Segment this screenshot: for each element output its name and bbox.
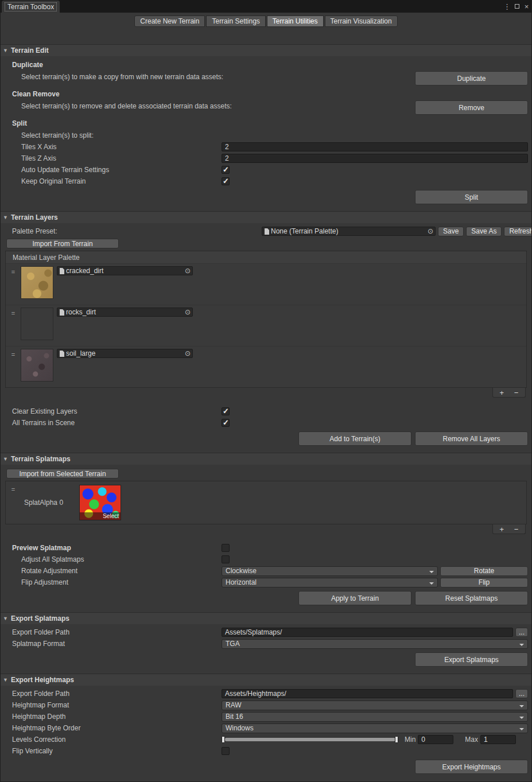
height-browse-button[interactable]: ...: [515, 689, 528, 698]
tiles-z-input[interactable]: 2: [222, 154, 528, 163]
import-from-terrain-button[interactable]: Import From Terrain: [6, 239, 119, 248]
foldout-arrow-icon[interactable]: ▼: [3, 677, 8, 683]
slider-max-handle[interactable]: [395, 736, 398, 743]
section-export-splatmaps-header[interactable]: ▼ Export Splatmaps: [1, 612, 531, 624]
object-picker-icon[interactable]: ⊙: [183, 308, 192, 316]
layer-thumbnail[interactable]: [21, 349, 53, 382]
export-folder-path-label: Export Folder Path: [1, 628, 222, 636]
save-button[interactable]: Save: [438, 227, 464, 236]
save-as-button[interactable]: Save As: [466, 227, 502, 236]
heightmap-format-row: Heightmap Format RAW: [1, 699, 531, 711]
reset-splatmaps-button[interactable]: Reset Splatmaps: [415, 591, 528, 605]
drag-handle-icon[interactable]: =: [6, 308, 21, 340]
split-description-row: Select terrain(s) to split:: [1, 130, 531, 141]
preview-splatmap-row: Preview Splatmap: [1, 542, 531, 554]
keep-original-checkbox[interactable]: [222, 177, 230, 185]
close-icon[interactable]: ×: [522, 0, 531, 13]
clean-remove-row: Select terrain(s) to remove and delete a…: [1, 100, 531, 117]
foldout-arrow-icon[interactable]: ▼: [3, 215, 8, 220]
import-from-selected-terrain-button[interactable]: Import from Selected Terrain: [6, 469, 119, 478]
layer-object-field[interactable]: cracked_dirt ⊙: [57, 266, 193, 275]
section-title: Terrain Splatmaps: [11, 455, 71, 463]
refresh-button[interactable]: Refresh: [504, 227, 532, 236]
auto-update-checkbox[interactable]: [222, 166, 230, 174]
preview-splatmap-checkbox[interactable]: [222, 544, 230, 552]
tiles-x-input[interactable]: 2: [222, 142, 528, 151]
foldout-arrow-icon[interactable]: ▼: [3, 456, 8, 462]
all-terrains-checkbox[interactable]: [222, 419, 230, 427]
asset-icon: [59, 351, 64, 357]
min-input[interactable]: 0: [418, 735, 453, 744]
tab-terrain-settings[interactable]: Terrain Settings: [206, 15, 265, 27]
rotate-adjustment-dropdown[interactable]: Clockwise: [222, 566, 438, 576]
max-label: Max: [465, 736, 478, 744]
object-picker-icon[interactable]: ⊙: [426, 227, 435, 235]
add-splat-button[interactable]: +: [496, 526, 507, 533]
menu-icon[interactable]: ⋮: [502, 0, 512, 13]
titlebar-spacer: [60, 0, 502, 13]
rotate-button[interactable]: Rotate: [440, 566, 528, 576]
heightmap-depth-row: Heightmap Depth Bit 16: [1, 711, 531, 722]
duplicate-button[interactable]: Duplicate: [415, 71, 528, 85]
remove-all-layers-button[interactable]: Remove All Layers: [415, 431, 528, 446]
slider-min-handle[interactable]: [222, 736, 225, 743]
apply-to-terrain-button[interactable]: Apply to Terrain: [298, 591, 411, 605]
splat-export-folder-input[interactable]: Assets/Splatmaps/: [222, 628, 513, 637]
adjust-all-checkbox[interactable]: [222, 555, 230, 563]
add-layer-button[interactable]: +: [496, 389, 507, 396]
tiles-z-value: 2: [225, 154, 229, 162]
remove-splat-button[interactable]: −: [511, 526, 522, 533]
add-to-terrain-button[interactable]: Add to Terrain(s): [298, 431, 411, 446]
tab-create-new-terrain[interactable]: Create New Terrain: [134, 15, 205, 27]
levels-correction-slider[interactable]: [222, 736, 398, 744]
duplicate-subheading: Duplicate: [1, 59, 531, 71]
section-terrain-edit-header[interactable]: ▼ Terrain Edit: [1, 44, 531, 56]
material-layer-palette-list: Material Layer Palette = cracked_dirt ⊙ …: [5, 251, 527, 388]
layer-list-footer: + −: [492, 388, 526, 398]
object-picker-icon[interactable]: ⊙: [183, 267, 192, 275]
heightmap-format-dropdown[interactable]: RAW: [222, 701, 528, 710]
split-button[interactable]: Split: [415, 190, 528, 204]
clear-existing-checkbox[interactable]: [222, 407, 230, 415]
height-export-folder-input[interactable]: Assets/Heightmaps/: [222, 689, 513, 698]
heightmap-format-label: Heightmap Format: [1, 701, 222, 709]
export-splatmaps-button[interactable]: Export Splatmaps: [415, 652, 528, 667]
drag-handle-icon[interactable]: =: [6, 349, 21, 382]
height-export-folder-row: Export Folder Path Assets/Heightmaps/ ..…: [1, 688, 531, 699]
foldout-arrow-icon[interactable]: ▼: [3, 616, 8, 621]
flip-adjustment-dropdown[interactable]: Horizontal: [222, 578, 438, 588]
drag-handle-icon[interactable]: =: [6, 266, 21, 299]
section-title: Export Splatmaps: [11, 614, 69, 623]
drag-handle-icon[interactable]: =: [6, 481, 21, 493]
splat-browse-button[interactable]: ...: [515, 628, 528, 637]
max-input[interactable]: 1: [480, 735, 516, 744]
splatmap-thumbnail[interactable]: Select: [79, 485, 121, 520]
tab-terrain-utilities[interactable]: Terrain Utilities: [267, 15, 324, 27]
remove-layer-button[interactable]: −: [511, 389, 522, 396]
maximize-icon[interactable]: [512, 0, 522, 13]
palette-preset-field[interactable]: None (Terrain Palette) ⊙: [262, 227, 436, 236]
layer-thumbnail[interactable]: [21, 266, 53, 299]
heightmap-depth-dropdown[interactable]: Bit 16: [222, 712, 528, 722]
section-terrain-splatmaps-header[interactable]: ▼ Terrain Splatmaps: [1, 453, 531, 465]
section-title: Terrain Layers: [11, 213, 58, 221]
layer-object-field[interactable]: rocks_dirt ⊙: [57, 308, 193, 317]
flip-vertically-checkbox[interactable]: [222, 747, 230, 755]
keep-original-row: Keep Original Terrain: [1, 176, 531, 187]
tiles-x-value: 2: [225, 143, 229, 151]
flip-button[interactable]: Flip: [440, 578, 528, 588]
tab-terrain-visualization[interactable]: Terrain Visualization: [325, 15, 398, 27]
palette-preset-label: Palette Preset:: [1, 227, 262, 235]
export-heightmaps-button[interactable]: Export Heightmaps: [415, 760, 528, 774]
foldout-arrow-icon[interactable]: ▼: [3, 48, 8, 53]
layer-thumbnail[interactable]: [21, 308, 53, 340]
object-picker-icon[interactable]: ⊙: [183, 349, 192, 357]
section-terrain-layers-header[interactable]: ▼ Terrain Layers: [1, 211, 531, 223]
section-export-heightmaps-header[interactable]: ▼ Export Heightmaps: [1, 674, 531, 686]
splatmap-format-dropdown[interactable]: TGA: [222, 639, 528, 649]
window-tab[interactable]: Terrain Toolbox: [2, 1, 60, 13]
heightmap-byte-order-dropdown[interactable]: Windows: [222, 723, 528, 733]
select-label[interactable]: Select: [80, 512, 121, 520]
layer-object-field[interactable]: soil_large ⊙: [57, 349, 193, 358]
remove-button[interactable]: Remove: [415, 100, 528, 115]
